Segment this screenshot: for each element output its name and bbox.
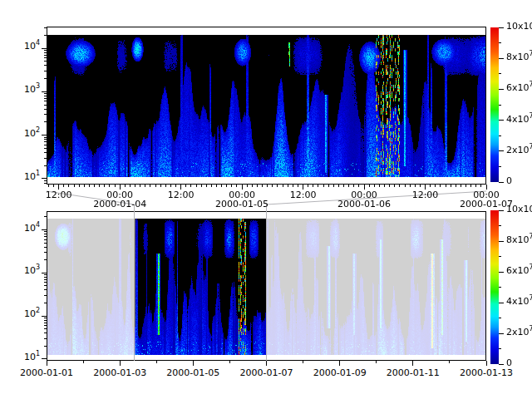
x-tick-minor (79, 185, 80, 187)
colorbar-tick-major (499, 27, 504, 28)
y-tick-minor (44, 158, 47, 159)
x-tick-minor (466, 185, 466, 187)
x-tick-date-label: 2000-01-06 (335, 200, 393, 209)
y-tick-label: 102 (8, 309, 40, 319)
x-tick-minor (145, 185, 145, 187)
colorbar-tick-major (499, 89, 504, 90)
x-tick-major (339, 361, 340, 366)
x-tick-label: 2000-01-07 (238, 368, 296, 378)
colorbar-tick-major (499, 120, 504, 121)
x-tick-minor (369, 185, 370, 187)
x-tick-minor (175, 185, 176, 187)
y-tick-minor (44, 105, 47, 106)
colorbar-tick-label: 2x107 (506, 145, 532, 155)
x-tick-minor (435, 185, 436, 187)
y-tick-major (42, 316, 47, 317)
x-tick-minor (115, 185, 116, 187)
colorbar-tick-minor (499, 135, 501, 136)
y-tick-minor (44, 285, 47, 286)
selection-handle-left[interactable] (134, 204, 135, 361)
x-tick-minor (399, 185, 400, 187)
y-tick-label: 102 (8, 129, 40, 139)
detail-spectrogram-canvas[interactable] (47, 35, 485, 177)
y-tick-minor (44, 236, 47, 237)
context-colorbar[interactable] (490, 210, 499, 364)
x-tick-minor (415, 185, 416, 187)
x-tick-minor (94, 185, 95, 187)
y-tick-minor (44, 139, 47, 140)
y-tick-minor (44, 57, 47, 58)
x-tick-label: 12:00 (152, 190, 210, 200)
x-tick-minor (257, 185, 258, 187)
y-tick-minor (44, 35, 47, 36)
y-tick-minor (44, 98, 47, 99)
colorbar-tick-label: 4x107 (506, 297, 532, 307)
x-tick-minor (221, 185, 222, 187)
x-tick-minor (353, 185, 354, 187)
colorbar-tick-major (499, 241, 504, 242)
x-tick-minor (338, 185, 339, 187)
x-tick-minor (376, 361, 377, 363)
y-tick-minor (44, 252, 47, 253)
y-tick-minor (44, 180, 47, 181)
y-tick-major (42, 91, 47, 92)
x-tick-minor (165, 185, 166, 187)
detail-colorbar[interactable] (490, 27, 499, 182)
colorbar-tick-minor (499, 225, 501, 226)
y-tick-minor (44, 96, 47, 96)
x-tick-minor (456, 185, 456, 187)
x-tick-minor (229, 361, 230, 363)
x-tick-minor (150, 185, 150, 187)
x-tick-label: 12:00 (274, 190, 332, 200)
x-tick-minor (318, 185, 318, 187)
x-tick-minor (343, 185, 344, 187)
colorbar-tick-label: 4x107 (506, 115, 532, 125)
x-tick-minor (211, 185, 212, 187)
colorbar-tick-major (499, 333, 504, 334)
colorbar-tick-major (499, 364, 504, 365)
y-tick-minor (44, 231, 47, 232)
colorbar-tick-minor (499, 318, 501, 318)
y-tick-minor (44, 114, 47, 115)
colorbar-tick-minor (499, 256, 501, 257)
y-tick-label: 103 (8, 266, 40, 276)
x-tick-minor (185, 185, 186, 187)
x-tick-minor (104, 185, 105, 187)
colorbar-tick-label: 6x107 (506, 83, 532, 93)
x-tick-minor (410, 185, 411, 187)
x-tick-minor (313, 185, 313, 187)
colorbar-tick-minor (499, 105, 501, 106)
x-tick-minor (303, 361, 303, 363)
y-tick-minor (44, 148, 47, 149)
x-tick-minor (156, 361, 157, 363)
y-tick-major (42, 48, 47, 49)
y-tick-minor (44, 78, 47, 79)
y-tick-label: 103 (8, 85, 40, 95)
x-tick-minor (89, 185, 90, 187)
x-tick-minor (283, 185, 283, 187)
x-tick-minor (68, 185, 69, 187)
colorbar-tick-label: 8x107 (506, 235, 532, 245)
x-tick-minor (252, 185, 253, 187)
y-tick-minor (44, 277, 47, 278)
y-tick-label: 101 (8, 172, 40, 182)
x-tick-minor (83, 361, 84, 363)
selection-handle-right[interactable] (266, 204, 267, 361)
y-tick-minor (44, 121, 47, 122)
y-tick-minor (44, 109, 47, 110)
y-tick-minor (44, 141, 47, 142)
y-tick-minor (44, 332, 47, 333)
colorbar-tick-major (499, 182, 504, 183)
x-tick-minor (109, 185, 110, 187)
x-tick-label: 2000-01-11 (384, 368, 442, 378)
y-tick-minor (44, 318, 47, 318)
x-tick-minor (74, 185, 75, 187)
x-tick-major (193, 361, 194, 366)
x-tick-minor (446, 185, 446, 187)
y-tick-minor (44, 259, 47, 260)
x-tick-minor (420, 185, 421, 187)
x-tick-label: 12:00 (30, 190, 88, 200)
colorbar-tick-label: 10x107 (506, 204, 532, 214)
colorbar-tick-major (499, 210, 504, 211)
colorbar-tick-major (499, 272, 504, 273)
